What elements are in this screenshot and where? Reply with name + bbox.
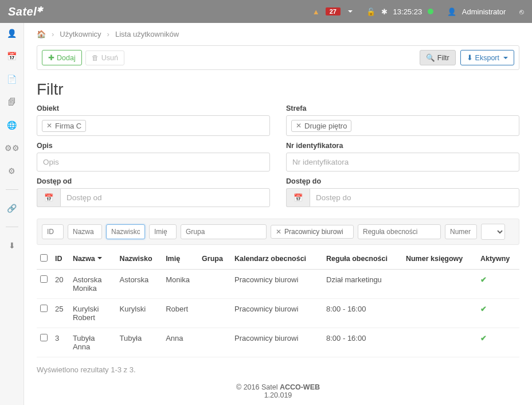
unlock-icon[interactable]: 🔓: [366, 7, 375, 16]
th-id[interactable]: ID: [52, 248, 69, 270]
cell-grupa: [198, 270, 231, 299]
th-kalendarz[interactable]: Kalendarz obecności: [231, 248, 323, 270]
home-icon[interactable]: 🏠: [37, 30, 46, 38]
nrident-input[interactable]: [286, 153, 519, 172]
user-label[interactable]: Administrator: [462, 7, 506, 16]
plus-icon: ✚: [48, 53, 54, 62]
dostep-od-label: Dostęp od: [37, 177, 270, 185]
sidebar-divider: [6, 227, 18, 227]
th-nazwisko[interactable]: Nazwisko: [116, 248, 163, 270]
gear-icon[interactable]: ✱: [381, 7, 388, 16]
opis-label: Opis: [37, 142, 270, 150]
strefa-label: Strefa: [286, 104, 519, 112]
col-filter-kalendarz[interactable]: ✕ Pracownicy biurowi: [271, 225, 354, 239]
row-checkbox[interactable]: [40, 334, 48, 341]
sidebar-divider: [6, 189, 18, 190]
warning-icon[interactable]: ▲: [312, 7, 320, 16]
sidebar-item-files[interactable]: 🗐: [8, 98, 16, 107]
cell-nazwisko: Astorska: [116, 270, 163, 299]
remove-tag-icon[interactable]: ✕: [276, 228, 281, 236]
obiekt-label: Obiekt: [37, 104, 270, 112]
cell-kalendarz: Pracownicy biurowi: [231, 328, 323, 357]
th-numer[interactable]: Numer księgowy: [402, 248, 477, 270]
users-table: ID Nazwa Nazwisko Imię Grupa Kalendarz o…: [37, 248, 519, 357]
cell-aktywny: ✔: [477, 328, 519, 357]
th-imie[interactable]: Imię: [162, 248, 198, 270]
sidebar-item-globe[interactable]: 🌐: [7, 120, 17, 130]
breadcrumb-item[interactable]: Użytkownicy: [60, 30, 101, 38]
table-row[interactable]: 20Astorska MonikaAstorskaMonikaPracownic…: [37, 270, 519, 299]
cell-numer: [402, 270, 477, 299]
check-icon: ✔: [480, 275, 487, 284]
col-filter-nazwa[interactable]: [68, 224, 102, 239]
calendar-icon[interactable]: 📅: [37, 188, 60, 207]
logout-icon[interactable]: ⎋: [519, 7, 524, 16]
cell-kalendarz: Pracownicy biurowi: [231, 299, 323, 328]
search-icon: 🔍: [426, 53, 435, 62]
th-grupa[interactable]: Grupa: [198, 248, 231, 270]
sidebar-item-download[interactable]: ⬇: [9, 241, 15, 250]
alert-dropdown-icon[interactable]: [348, 10, 353, 15]
th-regula[interactable]: Reguła obecności: [323, 248, 402, 270]
dostep-od-input[interactable]: [60, 188, 270, 207]
table-row[interactable]: 25Kurylski RobertKurylskiRobertPracownic…: [37, 299, 519, 328]
cell-aktywny: ✔: [477, 299, 519, 328]
clock-time: 13:25:23: [393, 7, 423, 16]
cell-imie: Monika: [162, 270, 198, 299]
col-filter-id[interactable]: [42, 224, 64, 239]
results-summary: Wyświetlono rezultaty 1-3 z 3.: [24, 357, 532, 379]
th-aktywny[interactable]: Aktywny: [477, 248, 519, 270]
select-all-checkbox[interactable]: [40, 254, 48, 262]
sidebar-item-settings[interactable]: ⚙: [8, 166, 15, 176]
cell-id: 25: [52, 299, 69, 328]
sidebar-item-document[interactable]: 📄: [7, 75, 17, 84]
remove-tag-icon[interactable]: ✕: [296, 122, 302, 130]
alert-badge[interactable]: 27: [326, 7, 341, 15]
col-filter-nazwisko[interactable]: [106, 224, 145, 239]
col-filter-grupa[interactable]: [181, 224, 267, 239]
nrident-label: Nr identyfikatora: [286, 142, 519, 150]
sidebar-item-cogs[interactable]: ⚙⚙: [5, 143, 19, 153]
toolbar: ✚ Dodaj 🗑 Usuń 🔍 Filtr ⬇: [37, 45, 519, 70]
th-nazwa[interactable]: Nazwa: [69, 248, 116, 270]
breadcrumb-item: Lista użytkowników: [115, 30, 179, 38]
filter-title: Filtr: [37, 80, 519, 99]
col-filter-numer[interactable]: [445, 224, 477, 239]
row-checkbox[interactable]: [40, 305, 48, 312]
cell-grupa: [198, 299, 231, 328]
obiekt-input[interactable]: ✕ Firma C: [37, 115, 270, 136]
cell-nazwa: Astorska Monika: [69, 270, 116, 299]
dostep-do-label: Dostęp do: [286, 177, 519, 185]
add-button[interactable]: ✚ Dodaj: [42, 50, 82, 65]
column-filters: ✕ Pracownicy biurowi: [37, 219, 519, 245]
dostep-do-input[interactable]: [310, 188, 519, 207]
strefa-tag[interactable]: ✕ Drugie piętro: [291, 120, 351, 132]
col-filter-regula[interactable]: [358, 224, 441, 239]
logo: Satel✱: [8, 5, 44, 18]
row-checkbox[interactable]: [40, 275, 48, 283]
table-row[interactable]: 3Tubyła AnnaTubyłaAnnaPracownicy biurowi…: [37, 328, 519, 357]
sidebar-item-calendar[interactable]: 📅: [7, 52, 17, 61]
cell-grupa: [198, 328, 231, 357]
topbar: Satel✱ ▲ 27 🔓 ✱ 13:25:23 👤 Administrator…: [0, 0, 532, 23]
col-filter-aktywny[interactable]: [481, 224, 505, 240]
export-button[interactable]: ⬇ Eksport: [460, 50, 514, 65]
obiekt-tag[interactable]: ✕ Firma C: [42, 120, 86, 132]
footer: © 2016 Satel ACCO-WEB 1.20.019: [24, 379, 532, 405]
cell-numer: [402, 328, 477, 357]
delete-button: 🗑 Usuń: [85, 50, 124, 65]
download-icon: ⬇: [467, 53, 473, 62]
sidebar-item-user[interactable]: 👤: [7, 29, 17, 38]
col-filter-imie[interactable]: [149, 224, 177, 239]
remove-tag-icon[interactable]: ✕: [46, 122, 52, 130]
strefa-input[interactable]: ✕ Drugie piętro: [286, 115, 519, 136]
calendar-icon[interactable]: 📅: [286, 188, 310, 207]
filter-button[interactable]: 🔍 Filtr: [420, 50, 456, 65]
cell-imie: Anna: [162, 328, 198, 357]
cell-imie: Robert: [162, 299, 198, 328]
check-icon: ✔: [480, 305, 487, 313]
opis-input[interactable]: [37, 153, 270, 172]
user-icon: 👤: [447, 7, 456, 16]
sidebar: 👤 📅 📄 🗐 🌐 ⚙⚙ ⚙ 🔗 ⬇: [0, 23, 24, 405]
sidebar-item-link[interactable]: 🔗: [7, 204, 17, 213]
